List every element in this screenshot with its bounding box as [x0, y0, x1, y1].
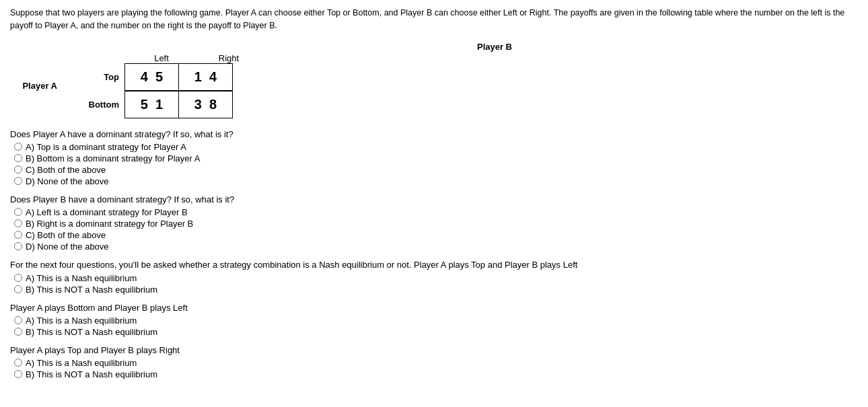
q1-option-c[interactable]: C) Both of the above: [14, 165, 858, 175]
table-area: Left Right Top 4 5 1 4 Bottom 5 1 3: [64, 53, 262, 118]
q2-label-a: A) Left is a dominant strategy for Playe…: [26, 207, 188, 217]
q4-radio-b[interactable]: [14, 328, 22, 336]
q2-option-c[interactable]: C) Both of the above: [14, 230, 858, 240]
table-bottom-row: Bottom 5 1 3 8: [64, 91, 262, 118]
q2-option-a[interactable]: A) Left is a dominant strategy for Playe…: [14, 207, 858, 217]
q4-option-a[interactable]: A) This is a Nash equilibrium: [14, 316, 858, 326]
q5-radio-b[interactable]: [14, 370, 22, 378]
q5-label-b: B) This is NOT a Nash equilibrium: [26, 369, 157, 379]
col-left-header: Left: [128, 53, 195, 63]
q2-label-c: C) Both of the above: [26, 230, 106, 240]
q2-radio-c[interactable]: [14, 231, 22, 239]
q1-label-a: A) Top is a dominant strategy for Player…: [26, 142, 186, 152]
q1-radio-d[interactable]: [14, 177, 22, 185]
col-right-header: Right: [195, 53, 262, 63]
q3-option-b[interactable]: B) This is NOT a Nash equilibrium: [14, 285, 858, 295]
q5-radio-a[interactable]: [14, 359, 22, 367]
q3-radio-a[interactable]: [14, 274, 22, 282]
question-1-section: Does Player A have a dominant strategy? …: [10, 129, 858, 186]
q4-label-b: B) This is NOT a Nash equilibrium: [26, 327, 157, 337]
q1-label-b: B) Bottom is a dominant strategy for Pla…: [26, 153, 200, 163]
q5-option-a[interactable]: A) This is a Nash equilibrium: [14, 358, 858, 368]
q2-radio-d[interactable]: [14, 242, 22, 250]
question-3-section: For the next four questions, you'll be a…: [10, 260, 858, 295]
cell-top-left: 4 5: [125, 63, 179, 90]
q5-intro-text: Player A plays Top and Player B plays Ri…: [10, 345, 858, 355]
cell-bottom-left: 5 1: [125, 91, 179, 118]
q3-radio-b[interactable]: [14, 285, 22, 293]
table-top-row: Top 4 5 1 4: [64, 63, 262, 91]
intro-text: Suppose that two players are playing the…: [10, 7, 858, 32]
q3-intro-text: For the next four questions, you'll be a…: [10, 260, 858, 270]
q2-option-d[interactable]: D) None of the above: [14, 242, 858, 252]
q1-option-b[interactable]: B) Bottom is a dominant strategy for Pla…: [14, 153, 858, 163]
row-bottom-label: Bottom: [64, 100, 124, 110]
q1-radio-b[interactable]: [14, 154, 22, 162]
cell-top-right: 1 4: [179, 63, 233, 90]
q3-option-a[interactable]: A) This is a Nash equilibrium: [14, 273, 858, 283]
col-headers-row: Left Right: [128, 53, 262, 63]
q2-radio-b[interactable]: [14, 219, 22, 227]
cell-bottom-right: 3 8: [179, 91, 233, 118]
q1-radio-c[interactable]: [14, 165, 22, 174]
q3-label-a: A) This is a Nash equilibrium: [26, 273, 137, 283]
q1-label-c: C) Both of the above: [26, 165, 106, 175]
player-b-label: Player B: [131, 42, 858, 52]
q2-label-b: B) Right is a dominant strategy for Play…: [26, 219, 193, 229]
row-top-label: Top: [64, 72, 124, 82]
q4-option-b[interactable]: B) This is NOT a Nash equilibrium: [14, 327, 858, 337]
q3-label-b: B) This is NOT a Nash equilibrium: [26, 285, 157, 295]
player-a-label: Player A: [10, 81, 57, 91]
q1-option-a[interactable]: A) Top is a dominant strategy for Player…: [14, 142, 858, 152]
q4-radio-a[interactable]: [14, 316, 22, 324]
q2-label-d: D) None of the above: [26, 242, 109, 252]
payoff-table-bottom: 5 1 3 8: [124, 91, 233, 118]
q1-radio-a[interactable]: [14, 143, 22, 151]
question-2-text: Does Player B have a dominant strategy? …: [10, 194, 858, 205]
q4-intro-text: Player A plays Bottom and Player B plays…: [10, 303, 858, 313]
q5-label-a: A) This is a Nash equilibrium: [26, 358, 137, 368]
question-4-section: Player A plays Bottom and Player B plays…: [10, 303, 858, 337]
q1-label-d: D) None of the above: [26, 176, 109, 186]
q5-option-b[interactable]: B) This is NOT a Nash equilibrium: [14, 369, 858, 379]
q1-option-d[interactable]: D) None of the above: [14, 176, 858, 186]
game-table-section: Player B Player A Left Right Top 4 5 1 4…: [10, 42, 858, 118]
question-2-section: Does Player B have a dominant strategy? …: [10, 194, 858, 252]
q4-label-a: A) This is a Nash equilibrium: [26, 316, 137, 326]
q2-option-b[interactable]: B) Right is a dominant strategy for Play…: [14, 219, 858, 229]
payoff-table-top: 4 5 1 4: [124, 63, 233, 91]
question-5-section: Player A plays Top and Player B plays Ri…: [10, 345, 858, 379]
q2-radio-a[interactable]: [14, 208, 22, 216]
question-1-text: Does Player A have a dominant strategy? …: [10, 129, 858, 139]
